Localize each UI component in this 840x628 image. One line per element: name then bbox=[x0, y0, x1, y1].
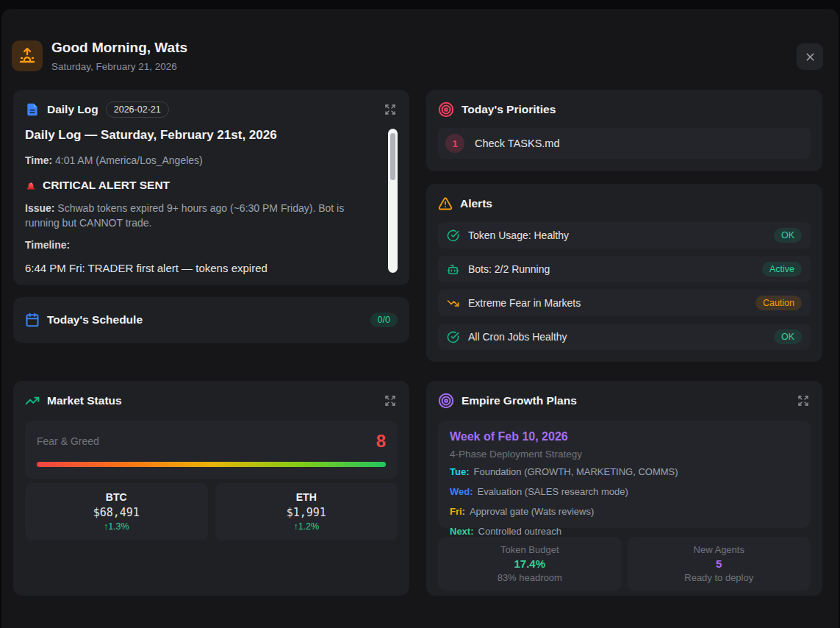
close-icon bbox=[804, 51, 816, 63]
priority-number-badge: 1 bbox=[445, 134, 464, 153]
market-expand-button[interactable] bbox=[383, 393, 398, 408]
alert-status-badge: Caution bbox=[755, 296, 802, 310]
schedule-card: Today's Schedule 0/0 bbox=[13, 297, 409, 343]
empire-title: Empire Growth Plans bbox=[462, 394, 577, 407]
priorities-title: Today's Priorities bbox=[462, 103, 556, 116]
stat-value: 17.4% bbox=[445, 557, 614, 570]
schedule-count-badge: 0/0 bbox=[370, 313, 398, 327]
daily-log-issue-line: Issue: Schwab tokens expired 9+ hours ag… bbox=[25, 201, 371, 230]
expand-icon bbox=[384, 104, 396, 115]
daily-log-expand-button[interactable] bbox=[383, 102, 398, 117]
daily-log-title: Daily Log bbox=[47, 103, 98, 116]
daily-log-timeline-entry: 6:44 PM Fri: TRADER first alert — tokens… bbox=[25, 262, 371, 274]
alert-label: Bots: 2/2 Running bbox=[468, 263, 550, 275]
bot-icon bbox=[447, 263, 459, 276]
alert-label: All Cron Jobs Healthy bbox=[468, 331, 567, 343]
alert-status-badge: OK bbox=[774, 329, 802, 344]
siren-icon bbox=[25, 179, 37, 191]
ticker-symbol: ETH bbox=[223, 491, 391, 503]
alert-label: Token Usage: Healthy bbox=[468, 229, 569, 241]
daily-log-scrollbar[interactable] bbox=[388, 129, 398, 273]
ticker-change: ↑1.2% bbox=[223, 521, 391, 532]
fear-greed-panel: Fear & Greed 8 bbox=[25, 421, 398, 479]
stat-label: New Agents bbox=[635, 544, 804, 555]
expand-icon bbox=[384, 395, 396, 407]
trending-down-icon bbox=[447, 297, 459, 310]
new-agents-stat: New Agents 5 Ready to deploy bbox=[628, 537, 811, 590]
sunrise-icon bbox=[12, 40, 43, 71]
trending-up-icon bbox=[25, 393, 40, 408]
stat-sub: Ready to deploy bbox=[635, 572, 804, 583]
critical-alert-heading: CRITICAL ALERT SENT bbox=[25, 179, 371, 192]
fear-greed-value: 8 bbox=[376, 431, 386, 452]
alert-label: Extreme Fear in Markets bbox=[468, 297, 581, 309]
priorities-card: Today's Priorities 1 Check TASKS.md bbox=[426, 90, 822, 171]
ticker-change: ↑1.3% bbox=[32, 521, 201, 532]
file-text-icon bbox=[25, 102, 40, 117]
expand-icon bbox=[797, 395, 809, 407]
fear-greed-label: Fear & Greed bbox=[37, 435, 99, 447]
alert-status-badge: OK bbox=[774, 228, 802, 243]
daily-log-content: Daily Log — Saturday, February 21st, 202… bbox=[25, 128, 398, 274]
greeting-date: Saturday, February 21, 2026 bbox=[51, 61, 177, 72]
ticker-price: $68,491 bbox=[32, 506, 201, 519]
check-circle-icon bbox=[447, 229, 459, 242]
ticker-eth: ETH $1,991 ↑1.2% bbox=[215, 483, 398, 540]
daily-log-timeline-label: Timeline: bbox=[25, 238, 371, 252]
plan-line: Wed:Evaluation (SALES research mode) bbox=[450, 485, 799, 499]
ticker-symbol: BTC bbox=[32, 491, 201, 503]
alert-row: Bots: 2/2 Running Active bbox=[438, 256, 811, 282]
app-background: Good Morning, Wats Saturday, February 21… bbox=[0, 0, 840, 628]
stat-value: 5 bbox=[635, 557, 804, 570]
daily-log-heading: Daily Log — Saturday, February 21st, 202… bbox=[25, 128, 371, 143]
priority-label: Check TASKS.md bbox=[475, 138, 560, 149]
daily-log-card: Daily Log 2026-02-21 Daily Log — Saturda… bbox=[13, 90, 409, 285]
plan-line: Fri:Approval gate (Wats reviews) bbox=[450, 504, 799, 519]
stat-sub: 83% headroom bbox=[445, 572, 614, 583]
ticker-price: $1,991 bbox=[223, 506, 391, 519]
daily-log-time-line: Time: 4:01 AM (America/Los_Angeles) bbox=[25, 153, 371, 168]
alert-row: Token Usage: Healthy OK bbox=[438, 222, 811, 249]
alert-row: All Cron Jobs Healthy OK bbox=[438, 324, 811, 350]
alerts-title: Alerts bbox=[460, 197, 492, 210]
greeting-title: Good Morning, Wats bbox=[51, 40, 187, 56]
token-budget-stat: Token Budget 17.4% 83% headroom bbox=[438, 537, 622, 590]
scrollbar-thumb[interactable] bbox=[390, 133, 395, 180]
ticker-btc: BTC $68,491 ↑1.3% bbox=[25, 483, 208, 540]
market-status-title: Market Status bbox=[47, 394, 122, 407]
alert-triangle-icon bbox=[438, 196, 453, 211]
target-icon bbox=[438, 393, 454, 409]
stat-label: Token Budget bbox=[445, 544, 614, 555]
alert-row: Extreme Fear in Markets Caution bbox=[438, 290, 811, 316]
check-circle-icon bbox=[447, 331, 459, 343]
close-button[interactable] bbox=[797, 43, 823, 70]
priority-item[interactable]: 1 Check TASKS.md bbox=[438, 128, 811, 159]
fear-greed-gauge bbox=[37, 462, 386, 467]
schedule-title: Today's Schedule bbox=[47, 313, 143, 327]
target-icon bbox=[438, 101, 454, 118]
plan-subtitle: 4-Phase Deployment Strategy bbox=[450, 449, 799, 460]
alerts-card: Alerts Token Usage: Healthy OK bbox=[426, 184, 822, 362]
plan-line: Tue:Foundation (GROWTH, MARKETING, COMMS… bbox=[450, 465, 799, 479]
daily-log-date-badge: 2026-02-21 bbox=[106, 101, 169, 118]
empire-expand-button[interactable] bbox=[796, 393, 811, 408]
plan-week-heading: Week of Feb 10, 2026 bbox=[450, 430, 799, 443]
market-status-card: Market Status Fear & Greed 8 bbox=[13, 381, 409, 596]
deployment-plan-panel: Week of Feb 10, 2026 4-Phase Deployment … bbox=[438, 421, 811, 528]
morning-briefing-modal: Good Morning, Wats Saturday, February 21… bbox=[1, 9, 839, 628]
calendar-icon bbox=[25, 313, 40, 327]
empire-growth-card: Empire Growth Plans Week of Feb 10, 2026… bbox=[426, 381, 822, 596]
alert-status-badge: Active bbox=[762, 262, 802, 276]
